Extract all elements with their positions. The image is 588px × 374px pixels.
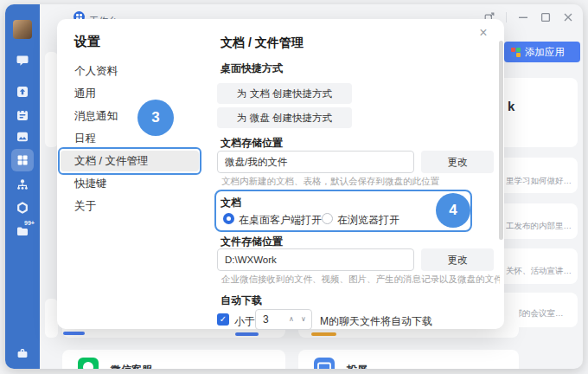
annotation-border-nav	[58, 147, 201, 175]
card-text-fragment: 里学习如何做好…	[506, 176, 572, 187]
change-doc-storage-button[interactable]: 更改	[421, 151, 494, 173]
maximize-icon[interactable]	[540, 11, 552, 23]
radio-open-in-browser[interactable]	[322, 213, 333, 224]
app-window: 99+ 工作台 添加应用 k 里学习如	[5, 4, 583, 369]
panel-title: 文档 / 文件管理	[220, 35, 304, 51]
section-file-storage: 文件存储位置	[220, 235, 283, 249]
section-doc-storage: 文档存储位置	[220, 136, 283, 151]
file-storage-path-input[interactable]	[217, 248, 414, 271]
step-badge-4: 4	[436, 193, 470, 228]
dialog-title: 设置	[74, 34, 100, 50]
card-text-fragment: 关怀、活动宣讲…	[506, 266, 572, 277]
nav-item-shortcuts[interactable]: 快捷键	[61, 173, 199, 194]
bg-color-bar	[311, 332, 336, 336]
close-dialog-icon[interactable]: ×	[475, 24, 492, 42]
app-card-screencast[interactable]: 投屏	[298, 350, 519, 369]
section-desktop-shortcut: 桌面快捷方式	[220, 61, 283, 76]
bg-card-edge	[45, 52, 58, 147]
section-doc-open: 文档	[220, 196, 241, 210]
calendar-icon[interactable]	[16, 108, 29, 122]
apps-grid-icon	[511, 48, 521, 57]
size-threshold-stepper: ∧ ∨	[255, 309, 312, 330]
nav-item-notifications[interactable]: 消息通知	[61, 106, 199, 126]
bg-card-edge	[45, 299, 58, 338]
add-app-button[interactable]: 添加应用	[504, 42, 580, 62]
radio-label-browser[interactable]: 在浏览器打开	[337, 213, 399, 228]
doc-storage-path-input[interactable]	[217, 151, 414, 173]
nav-item-profile[interactable]: 个人资料	[61, 61, 199, 81]
gear-icon[interactable]	[16, 201, 29, 215]
app-card-wechat-service[interactable]: 微信客服	[62, 350, 285, 369]
doc-storage-hint: 文档内新建的文档、表格，默认会保存到微盘的此位置	[221, 176, 500, 188]
radio-open-in-desktop[interactable]	[223, 213, 234, 224]
gallery-icon[interactable]	[16, 130, 29, 144]
unread-badge: 99+	[24, 220, 35, 226]
card-text-fragment: k	[508, 99, 514, 113]
stepper-up-icon[interactable]: ∧	[285, 310, 297, 329]
nav-item-general[interactable]: 通用	[61, 83, 199, 104]
size-threshold-input[interactable]	[256, 310, 285, 329]
workbench-grid-icon[interactable]	[16, 153, 29, 167]
settings-dialog: × 设置 个人资料 通用 消息通知 日程 文档 / 文件管理 快捷键 关于 文档…	[57, 19, 504, 329]
bg-color-bar	[235, 332, 259, 336]
chat-icon[interactable]	[16, 54, 29, 68]
section-auto-download: 自动下载	[220, 293, 262, 308]
nav-item-schedule[interactable]: 日程	[61, 128, 199, 149]
docs-icon[interactable]	[16, 85, 29, 99]
create-drive-shortcut-button[interactable]: 为 微盘 创建快捷方式	[217, 107, 352, 128]
create-doc-shortcut-button[interactable]: 为 文档 创建快捷方式	[217, 83, 352, 104]
close-window-icon[interactable]	[562, 11, 574, 23]
briefcase-icon[interactable]	[16, 346, 29, 360]
add-app-label: 添加应用	[525, 46, 565, 59]
org-contacts-icon[interactable]	[16, 177, 29, 191]
auto-download-checkbox[interactable]: ✓	[217, 313, 229, 326]
step-badge-3: 3	[137, 100, 174, 136]
change-file-storage-button[interactable]: 更改	[421, 248, 494, 271]
file-storage-hint: 企业微信接收到的文件、视频、图片、产生的消息记录以及微盘的文件均会存放于此	[221, 274, 500, 286]
bg-color-bar	[63, 332, 85, 335]
app-card-label: 微信客服	[111, 363, 152, 369]
wechat-service-icon	[78, 358, 99, 369]
card-text-fragment: 工发布的内部里…	[506, 221, 572, 232]
mail-folder-icon[interactable]	[16, 224, 29, 238]
screencast-icon	[314, 358, 335, 369]
radio-label-desktop[interactable]: 在桌面客户端打开	[239, 213, 322, 228]
nav-item-about[interactable]: 关于	[61, 196, 199, 216]
avatar[interactable]	[13, 20, 32, 39]
sidebar: 99+	[5, 4, 40, 369]
stepper-down-icon[interactable]: ∨	[297, 310, 310, 329]
controls-divider	[506, 12, 507, 23]
dialog-scrollbar[interactable]	[499, 41, 503, 240]
auto-download-prefix: 小于	[234, 314, 255, 329]
app-card-label: 投屏	[347, 363, 368, 369]
auto-download-suffix: M的聊天文件将自动下载	[320, 314, 432, 329]
minimize-icon[interactable]	[517, 11, 529, 23]
